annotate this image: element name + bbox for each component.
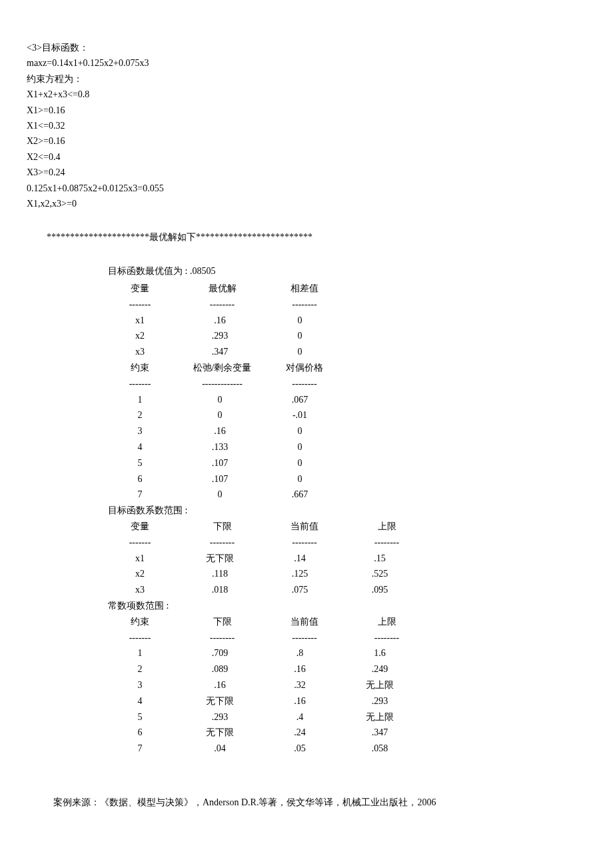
- table-cell: 3: [100, 423, 180, 439]
- table-cell: x3: [100, 344, 180, 360]
- divider: --------: [183, 297, 263, 313]
- table-cell: 7: [100, 741, 180, 757]
- table-cell: .04: [180, 741, 260, 757]
- table-cell: .16: [180, 423, 260, 439]
- table-cell: x2: [100, 566, 180, 582]
- header-reduced: 相差值: [265, 281, 344, 297]
- header-upper: 上限: [347, 519, 427, 535]
- table-cell: 6: [100, 471, 180, 487]
- table-cell: .067: [260, 392, 340, 408]
- table-row: 4.1330: [100, 439, 586, 455]
- divider: -------: [100, 376, 180, 392]
- table-cell: .107: [180, 455, 260, 471]
- table-cell: .089: [180, 661, 260, 677]
- divider-row: ------- ------------- --------: [100, 376, 586, 392]
- table-cell: .075: [260, 582, 340, 598]
- table-row: 5.1070: [100, 455, 586, 471]
- problem-line: 0.125x1+0.0875x2+0.0125x3=0.055: [27, 181, 586, 196]
- table-cell: 无上限: [340, 677, 420, 693]
- table-row: x1无下限.14.15: [100, 551, 586, 567]
- problem-line: X2>=0.16: [27, 134, 586, 149]
- table-row: 70.667: [100, 487, 586, 503]
- table-row: 1.709.81.6: [100, 645, 586, 661]
- table-cell: x2: [100, 328, 180, 344]
- table-row: 7.04.05.058: [100, 741, 586, 757]
- table-cell: .16: [180, 313, 260, 329]
- problem-line: maxz=0.14x1+0.125x2+0.075x3: [27, 56, 586, 71]
- optimal-value-title: 目标函数最优值为 : .08505: [108, 263, 586, 279]
- header-lower: 下限: [183, 614, 263, 630]
- problem-line: X1+x2+x3<=0.8: [27, 87, 586, 102]
- divider: --------: [265, 630, 344, 646]
- table-cell: .667: [260, 487, 340, 503]
- table-cell: .24: [260, 725, 340, 741]
- problem-definition: <3>目标函数： maxz=0.14x1+0.125x2+0.075x3 约束方…: [27, 41, 586, 211]
- table-cell: 1: [100, 392, 180, 408]
- result-header: **********************最优解如下*************…: [47, 231, 586, 243]
- table-cell: .32: [260, 677, 340, 693]
- table-cell: 3: [100, 677, 180, 693]
- obj-range-headers: 变量 下限 当前值 上限: [100, 519, 586, 535]
- divider: --------: [265, 376, 344, 392]
- divider: -------------: [183, 376, 263, 392]
- header-constraint: 约束: [100, 614, 180, 630]
- problem-line: X1>=0.16: [27, 103, 586, 118]
- table-cell: .16: [260, 661, 340, 677]
- header-slack: 松弛/剩余变量: [183, 360, 263, 376]
- table-cell: .4: [260, 709, 340, 725]
- table-cell: .05: [260, 741, 340, 757]
- header-variable: 变量: [100, 281, 180, 297]
- table-cell: .118: [180, 566, 260, 582]
- table-cell: .8: [260, 645, 340, 661]
- table-cell: 5: [100, 455, 180, 471]
- divider: --------: [265, 297, 344, 313]
- divider: --------: [183, 630, 263, 646]
- table-cell: x3: [100, 582, 180, 598]
- table-cell: .293: [180, 709, 260, 725]
- table-cell: 7: [100, 487, 180, 503]
- table-row: x3.018.075.095: [100, 582, 586, 598]
- table-cell: -.01: [260, 407, 340, 423]
- table-row: 5.293.4无上限: [100, 709, 586, 725]
- table-cell: 无下限: [180, 725, 260, 741]
- table-cell: 2: [100, 661, 180, 677]
- table-cell: 2: [100, 407, 180, 423]
- table-cell: .125: [260, 566, 340, 582]
- problem-line: X1,x2,x3>=0: [27, 197, 586, 211]
- slack-headers: 约束 松弛/剩余变量 对偶价格: [100, 360, 586, 376]
- table-cell: .293: [340, 693, 420, 709]
- table-row: x1.160: [100, 313, 586, 329]
- optimal-headers: 变量 最优解 相差值: [100, 281, 586, 297]
- table-cell: 0: [260, 471, 340, 487]
- table-cell: .14: [260, 551, 340, 567]
- problem-line: X3>=0.24: [27, 165, 586, 180]
- divider-row: ------- -------- --------: [100, 297, 586, 313]
- table-cell: 0: [260, 313, 340, 329]
- problem-line: <3>目标函数：: [27, 41, 586, 55]
- table-cell: 4: [100, 439, 180, 455]
- table-cell: .107: [180, 471, 260, 487]
- table-cell: 1.6: [340, 645, 420, 661]
- table-row: 2.089.16.249: [100, 661, 586, 677]
- divider-row: ------- -------- -------- --------: [100, 630, 586, 646]
- table-row: 20-.01: [100, 407, 586, 423]
- table-cell: 0: [260, 439, 340, 455]
- table-cell: .347: [340, 725, 420, 741]
- table-row: 4无下限.16.293: [100, 693, 586, 709]
- table-row: 6无下限.24.347: [100, 725, 586, 741]
- table-cell: .15: [340, 551, 420, 567]
- table-cell: .018: [180, 582, 260, 598]
- table-row: x3.3470: [100, 344, 586, 360]
- table-cell: .347: [180, 344, 260, 360]
- divider: -------: [100, 630, 180, 646]
- problem-line: 约束方程为：: [27, 72, 586, 87]
- table-cell: 0: [260, 423, 340, 439]
- table-row: x2.2930: [100, 328, 586, 344]
- table-row: 3.16.32无上限: [100, 677, 586, 693]
- divider-row: ------- -------- -------- --------: [100, 535, 586, 551]
- divider: -------: [100, 535, 180, 551]
- divider: --------: [183, 535, 263, 551]
- citation-footer: 案例来源：《数据、模型与决策》，Anderson D.R.等著，侯文华等译，机械…: [53, 797, 586, 809]
- problem-line: X1<=0.32: [27, 119, 586, 133]
- divider: --------: [347, 535, 427, 551]
